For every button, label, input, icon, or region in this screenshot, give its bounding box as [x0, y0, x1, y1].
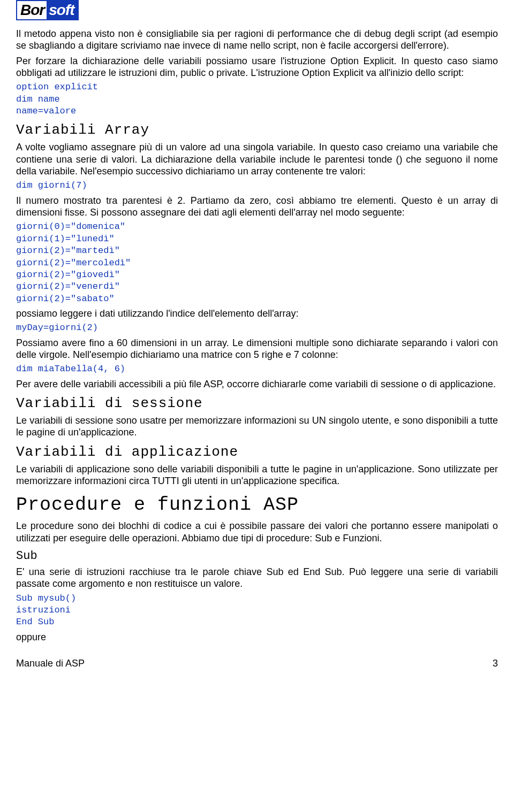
code-block-dim-giorni: dim giorni(7): [16, 180, 498, 191]
paragraph-procedure-intro: Le procedure sono dei blochhi di codice …: [16, 520, 498, 544]
code-line: giorni(2)="martedì": [16, 246, 498, 256]
heading-sub: Sub: [16, 549, 498, 563]
code-block-option-explicit: option explicit dim name name=valore: [16, 82, 498, 117]
paragraph-oppure: oppure: [16, 631, 498, 643]
logo-left: Bor: [17, 1, 47, 19]
paragraph-option-explicit: Per forzare la dichiarazione delle varia…: [16, 55, 498, 79]
paragraph-intro: Il metodo appena visto non è consigliabi…: [16, 28, 498, 52]
code-line: giorni(2)="mercoledì": [16, 258, 498, 269]
paragraph-array-intro: A volte vogliamo assegnare più di un val…: [16, 141, 498, 177]
logo-right: soft: [47, 1, 77, 19]
code-block-miatabella: dim miaTabella(4, 6): [16, 364, 498, 374]
code-line: dim giorni(7): [16, 180, 498, 191]
code-line: Sub mysub(): [16, 593, 498, 604]
code-block-myday: myDay=giorni(2): [16, 323, 498, 333]
paragraph-sub: E' una serie di istruzioni racchiuse tra…: [16, 566, 498, 590]
paragraph-array-multidim: Possiamo avere fino a 60 dimensioni in u…: [16, 337, 498, 361]
footer-page-number: 3: [493, 658, 498, 669]
heading-procedure-funzioni: Procedure e funzioni ASP: [16, 494, 498, 516]
footer: Manuale di ASP 3: [16, 658, 498, 669]
paragraph-sessione: Le variabili di sessione sono usatre per…: [16, 415, 498, 439]
paragraph-array-fixed: Il numero mostrato tra parentesi è 2. Pa…: [16, 195, 498, 219]
code-line: giorni(2)="venerdì": [16, 281, 498, 292]
heading-variabili-sessione: Variabili di sessione: [16, 395, 498, 411]
paragraph-session-app-intro: Per avere delle variabili accessibili a …: [16, 378, 498, 390]
code-line: myDay=giorni(2): [16, 323, 498, 333]
code-line: giorni(1)="lunedì": [16, 234, 498, 244]
footer-title: Manuale di ASP: [16, 658, 85, 669]
code-line: End Sub: [16, 617, 498, 627]
paragraph-applicazione: Le variabili di applicazione sono delle …: [16, 463, 498, 487]
code-line: dim name: [16, 94, 498, 105]
paragraph-array-read: possiamo leggere i dati utilizzando l'in…: [16, 308, 498, 319]
code-line: giorni(2)="giovedì": [16, 270, 498, 280]
code-line: dim miaTabella(4, 6): [16, 364, 498, 374]
code-line: option explicit: [16, 82, 498, 93]
code-block-giorni-assign: giorni(0)="domenica" giorni(1)="lunedì" …: [16, 221, 498, 304]
code-line: giorni(2)="sabato": [16, 294, 498, 304]
logo: Borsoft: [16, 0, 79, 20]
heading-variabili-array: Variabili Array: [16, 122, 498, 138]
heading-variabili-applicazione: Variabili di applicazione: [16, 444, 498, 460]
code-line: name=valore: [16, 106, 498, 117]
code-line: istruzioni: [16, 605, 498, 616]
code-block-sub: Sub mysub() istruzioni End Sub: [16, 593, 498, 628]
code-line: giorni(0)="domenica": [16, 221, 498, 232]
